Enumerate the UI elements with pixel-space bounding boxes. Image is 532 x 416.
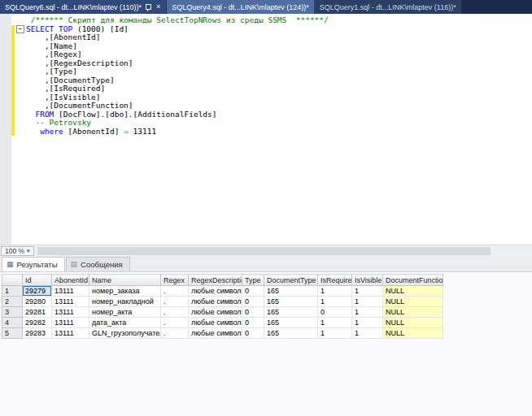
fold-gutter <box>15 128 26 136</box>
code-line[interactable]: ,[RegexDescription] <box>0 59 532 68</box>
pin-icon[interactable] <box>146 4 151 10</box>
ssms-window: SQLQuery6.sql - dt...LINK\mlaptev (110))… <box>0 0 532 416</box>
close-icon[interactable]: × <box>155 3 161 11</box>
column-header[interactable]: AbonentId <box>52 275 89 286</box>
grid-cell[interactable]: 165 <box>264 328 318 339</box>
grid-cell[interactable]: 165 <box>264 307 318 318</box>
grid-cell[interactable]: NULL <box>383 328 443 339</box>
grid-cell[interactable]: NULL <box>383 318 443 328</box>
fold-gutter <box>15 76 26 85</box>
results-tab-messages[interactable]: ▤Сообщения <box>66 257 130 271</box>
grid-cell[interactable]: 29283 <box>23 328 52 339</box>
row-number-cell[interactable]: 5 <box>2 328 23 339</box>
grid-cell[interactable]: NULL <box>383 307 443 318</box>
grid-cell[interactable]: 1 <box>352 318 383 328</box>
grid-cell[interactable]: 29281 <box>23 307 52 318</box>
grid-cell[interactable]: 1 <box>352 328 383 339</box>
grid-cell[interactable]: 0 <box>318 307 352 318</box>
document-tabbar: SQLQuery6.sql - dt...LINK\mlaptev (110))… <box>0 0 532 14</box>
code-text: where [AbonentId] = 13111 <box>26 128 156 136</box>
grid-cell[interactable]: любые символы <box>189 328 242 339</box>
grid-cell[interactable]: дата_акта <box>89 318 161 328</box>
grid-cell[interactable]: . <box>161 318 189 328</box>
code-line[interactable]: ,[AbonentId] <box>0 33 532 42</box>
grid-cell[interactable]: 29279 <box>23 286 52 297</box>
grid-cell[interactable]: любые символы <box>189 297 242 307</box>
grid-cell[interactable]: 165 <box>264 297 318 307</box>
row-number-cell[interactable]: 3 <box>2 307 23 318</box>
grid-cell[interactable]: любые символы <box>189 286 242 297</box>
results-tab-results[interactable]: ▦Результаты <box>2 257 65 271</box>
grid-cell[interactable]: 0 <box>242 286 264 297</box>
results-grid-icon: ▦ <box>7 261 14 268</box>
editor-scroll-row: 100 % ▾ <box>0 245 532 257</box>
results-table: IdAbonentIdNameRegexRegexDescriptionType… <box>2 274 443 339</box>
grid-cell[interactable]: номер_накладной <box>89 297 161 307</box>
document-tab[interactable]: SQLQuery1.sql - dt...LINK\mlaptev (116))… <box>315 0 462 14</box>
grid-cell[interactable]: 1 <box>318 328 352 339</box>
grid-cell[interactable]: GLN_грузополучателя <box>89 328 161 339</box>
grid-cell[interactable]: любые символы <box>189 307 242 318</box>
fold-gutter <box>15 67 26 76</box>
table-row: 42928213111дата_акта.любые символы016511… <box>2 318 443 328</box>
column-header[interactable]: IsVisible <box>352 275 383 286</box>
column-header[interactable]: Type <box>242 275 264 286</box>
grid-cell[interactable]: 29282 <box>23 318 52 328</box>
column-header[interactable]: Id <box>23 275 52 286</box>
grid-cell[interactable]: NULL <box>383 297 443 307</box>
grid-cell[interactable]: 1 <box>318 297 352 307</box>
row-number-cell[interactable]: 4 <box>2 318 23 328</box>
document-tab[interactable]: SQLQuery6.sql - dt...LINK\mlaptev (110))… <box>0 0 167 14</box>
grid-cell[interactable]: 1 <box>352 286 383 297</box>
grid-cell[interactable]: 1 <box>318 286 352 297</box>
grid-cell[interactable]: . <box>161 307 189 318</box>
collapse-region-icon[interactable]: − <box>16 25 24 33</box>
document-tab[interactable]: SQLQuery4.sql - dt...LINK\mlaptev (124))… <box>167 0 315 14</box>
grid-cell[interactable]: 1 <box>352 307 383 318</box>
grid-cell[interactable]: номер_заказа <box>89 286 161 297</box>
grid-cell[interactable]: 165 <box>264 286 318 297</box>
grid-cell[interactable]: 0 <box>242 297 264 307</box>
grid-cell[interactable]: 0 <box>242 307 264 318</box>
code-line[interactable]: where [AbonentId] = 13111 <box>0 128 532 136</box>
grid-cell[interactable]: . <box>161 328 189 339</box>
horizontal-scrollbar[interactable] <box>37 247 530 255</box>
grid-cell[interactable]: NULL <box>383 286 443 297</box>
line-margin <box>0 102 11 110</box>
line-margin <box>0 25 11 34</box>
column-header[interactable]: IsRequired <box>318 275 352 286</box>
column-header[interactable]: DocumentFunction <box>383 275 443 286</box>
grid-cell[interactable]: любые символы <box>189 318 242 328</box>
document-tab-label: SQLQuery6.sql - dt...LINK\mlaptev (110))… <box>5 3 142 11</box>
grid-cell[interactable]: 13111 <box>52 297 89 307</box>
grid-cell[interactable]: 13111 <box>52 318 89 328</box>
grid-cell[interactable]: 29280 <box>23 297 52 307</box>
fold-gutter <box>15 16 26 25</box>
grid-cell[interactable]: 13111 <box>52 328 89 339</box>
grid-cell[interactable]: . <box>161 297 189 307</box>
chevron-down-icon: ▾ <box>27 248 30 254</box>
grid-cell[interactable]: . <box>161 286 189 297</box>
column-header[interactable]: Regex <box>161 275 189 286</box>
grid-cell[interactable]: 0 <box>242 328 264 339</box>
fold-gutter <box>15 84 26 93</box>
row-number-cell[interactable]: 2 <box>2 297 23 307</box>
grid-cell[interactable]: 165 <box>264 318 318 328</box>
row-number-cell[interactable]: 1 <box>2 286 23 297</box>
column-header[interactable]: RegexDescription <box>189 275 242 286</box>
column-header[interactable]: DocumentType <box>264 275 318 286</box>
grid-cell[interactable]: 13111 <box>52 307 89 318</box>
horizontal-scrollbar-thumb[interactable] <box>37 247 491 255</box>
grid-cell[interactable]: 13111 <box>52 286 89 297</box>
table-row: 22928013111номер_накладной.любые символы… <box>2 297 443 307</box>
grid-cell[interactable]: 0 <box>242 318 264 328</box>
zoom-dropdown[interactable]: 100 % ▾ <box>1 246 34 256</box>
row-header-corner[interactable] <box>2 275 23 286</box>
column-header[interactable]: Name <box>89 275 161 286</box>
line-margin <box>0 76 11 85</box>
query-editor[interactable]: /****** Скрипт для команды SelectTopNRow… <box>0 14 532 245</box>
grid-cell[interactable]: номер_акта <box>89 307 161 318</box>
grid-cell[interactable]: 1 <box>352 297 383 307</box>
table-row: 52928313111GLN_грузополучателя.любые сим… <box>2 328 443 339</box>
grid-cell[interactable]: 1 <box>318 318 352 328</box>
